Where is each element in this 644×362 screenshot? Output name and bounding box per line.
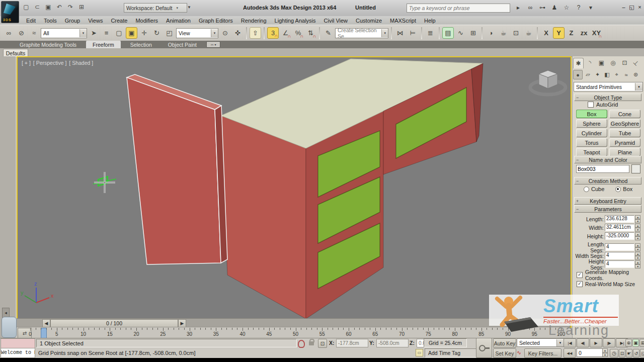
systems-button[interactable]: ⊛ — [631, 70, 640, 79]
next-frame-arrow-icon[interactable]: ▶ — [178, 319, 186, 327]
percent-snap-toggle-button[interactable]: %∩ — [292, 27, 304, 39]
spinner-up-icon[interactable]: ▲ — [635, 224, 640, 228]
maxscript-macro-recorder[interactable] — [1, 338, 35, 348]
default-tangent-icon[interactable]: ∿ — [517, 349, 521, 356]
creation-method-cube[interactable]: Cube — [584, 186, 604, 192]
segments-spinner[interactable]: ▲▼ — [635, 243, 640, 251]
auto-key-button[interactable]: Auto Key — [493, 338, 516, 348]
select-and-scale-button[interactable]: ◰ — [164, 27, 175, 39]
spinner-down-icon[interactable]: ▼ — [635, 247, 640, 251]
snaps-toggle-3d-button[interactable]: 3∩ — [267, 27, 279, 39]
isolate-selection-icon[interactable] — [298, 340, 305, 348]
frame-spinner[interactable]: ▲▼ — [602, 348, 608, 357]
object-color-swatch[interactable] — [631, 164, 640, 173]
3ds-max-logo-button[interactable]: 3DS — [1, 1, 19, 23]
geometry-button[interactable]: ● — [573, 70, 583, 79]
object-type-plane-button[interactable]: Plane — [609, 148, 640, 156]
viewport-layout-tab[interactable] — [2, 317, 17, 338]
time-tag-icon[interactable]: ▭ — [416, 349, 423, 356]
previous-frame-arrow-icon[interactable]: ◀ — [42, 319, 50, 327]
next-frame-button[interactable]: |▶ — [603, 338, 615, 347]
zoom-extents-button[interactable]: ▣ — [632, 339, 639, 347]
menu-views[interactable]: Views — [84, 16, 107, 25]
render-production-button[interactable]: ☕ — [523, 27, 534, 39]
viewport-canvas[interactable]: z x y — [18, 57, 571, 327]
close-button[interactable]: × — [636, 3, 643, 11]
segments-field[interactable]: 4 — [605, 260, 634, 268]
axis-constraint-z-button[interactable]: Z — [566, 27, 577, 39]
hierarchy-button[interactable]: ▣ — [596, 57, 607, 68]
select-and-rotate-button[interactable]: ↻ — [151, 27, 163, 39]
maxscript-mini-listener[interactable]: Welcome to M — [1, 348, 35, 358]
undo-button[interactable]: ↶ — [54, 3, 64, 12]
rollout-name-and-color[interactable]: − Name and Color — [574, 156, 641, 163]
parameter-field[interactable]: 32.4611cm — [605, 224, 634, 231]
orbit-button[interactable]: ↺ — [633, 349, 639, 357]
zoom-region-button[interactable]: ⊡ — [619, 349, 625, 357]
named-selection-set-dropdown[interactable]: Create Selection Se▼ — [335, 28, 388, 38]
edit-named-selection-sets-button[interactable]: ✎ — [323, 27, 334, 39]
checkbox-row[interactable]: ✓Real-World Map Size — [577, 281, 642, 288]
object-type-tube-button[interactable]: Tube — [609, 129, 640, 137]
pan-view-button[interactable]: ☛ — [626, 349, 632, 357]
parameter-field[interactable]: 236.6128 — [605, 215, 634, 223]
menu-modifiers[interactable]: Modifiers — [131, 16, 162, 25]
bind-to-space-warp-button[interactable]: ≈ — [28, 27, 40, 39]
workspace-dropdown[interactable]: Workspace: Default ▾ — [124, 3, 187, 13]
parameter-field[interactable]: -325.0000 — [605, 232, 634, 240]
object-type-box-button[interactable]: Box — [576, 110, 607, 118]
search-input[interactable] — [407, 4, 510, 13]
subscription-key-button[interactable]: ⊶ — [537, 3, 547, 12]
autogrid-row[interactable]: AutoGrid — [588, 102, 618, 108]
parameter-spinner[interactable]: ▲▼ — [635, 224, 640, 231]
new-scene-button[interactable]: ▢ — [21, 3, 31, 12]
play-animation-button[interactable]: ▶ — [590, 338, 602, 347]
viewport-menu-view[interactable]: [ Perspective ] — [33, 60, 67, 66]
spinner-up-icon[interactable]: ▲ — [602, 348, 608, 353]
previous-frame-button[interactable]: ◀| — [577, 338, 589, 347]
menu-customize[interactable]: Customize — [352, 16, 386, 25]
menu-graph-editors[interactable]: Graph Editors — [195, 16, 237, 25]
create-button[interactable]: ✱ — [573, 58, 584, 68]
select-and-link-button[interactable]: ∞ — [3, 27, 15, 39]
select-and-manipulate-button[interactable]: ✜ — [232, 27, 244, 39]
spinner-up-icon[interactable]: ▲ — [635, 215, 640, 219]
ribbon-overflow-button[interactable]: ▭▾ — [206, 41, 220, 48]
object-type-pyramid-button[interactable]: Pyramid — [609, 138, 640, 147]
spinner-up-icon[interactable]: ▲ — [635, 243, 640, 247]
ribbon-tab-selection[interactable]: Selection — [124, 41, 158, 48]
add-time-tag-field[interactable]: Add Time Tag — [425, 348, 479, 357]
object-type-cylinder-button[interactable]: Cylinder — [576, 129, 607, 137]
window-crossing-toggle-button[interactable]: ▣ — [126, 27, 137, 39]
time-configuration-button[interactable]: ◷ — [610, 349, 618, 357]
lights-button[interactable]: ✦ — [593, 70, 602, 79]
category-dropdown[interactable]: Standard Primitives ▼ — [574, 82, 643, 92]
maximize-viewport-toggle-button[interactable]: ◱ — [640, 349, 644, 357]
sign-in-button[interactable]: ♟ — [549, 3, 559, 12]
shapes-button[interactable]: ▱ — [584, 70, 592, 79]
menu-edit[interactable]: Edit — [22, 16, 40, 25]
space-warps-button[interactable]: ≈ — [622, 70, 630, 79]
unlink-selection-button[interactable]: ⊘ — [16, 27, 27, 39]
checkbox-generate-mapping-coords[interactable]: ✓ — [577, 272, 583, 278]
set-keys-button[interactable] — [476, 338, 492, 358]
ribbon-tab-freeform[interactable]: Freeform — [86, 41, 121, 48]
selection-lock-icon[interactable] — [309, 341, 314, 345]
coord-x-field[interactable]: -177.8cm — [336, 339, 368, 347]
select-by-name-button[interactable]: ≡ — [101, 27, 112, 39]
parameter-spinner[interactable]: ▲▼ — [635, 232, 640, 240]
track-bar[interactable]: ⇄ 05101520253035404550556065707580859095… — [17, 327, 570, 338]
perspective-viewport[interactable]: [ + ] [ Perspective ] [ Shaded ] — [17, 56, 572, 328]
parameter-spinner[interactable]: ▲▼ — [635, 215, 640, 223]
go-to-start-button[interactable]: |◀ — [564, 338, 576, 347]
rollout-object-type[interactable]: − Object Type — [574, 94, 641, 101]
rendered-frame-window-button[interactable]: ⊡ — [510, 27, 522, 39]
spinner-snap-toggle-button[interactable]: ⇅∩ — [305, 27, 316, 39]
object-type-torus-button[interactable]: Torus — [576, 138, 607, 147]
viewport-menu-plus[interactable]: [ + ] — [22, 60, 31, 66]
key-mode-toggle-button[interactable]: ◀◀ — [564, 348, 576, 358]
checkbox-row[interactable]: ✓Generate Mapping Coords. — [577, 272, 642, 279]
helpers-button[interactable]: ⌖ — [612, 70, 621, 79]
axis-constraint-xy-button[interactable]: XY∩ — [591, 27, 602, 39]
rollout-parameters[interactable]: − Parameters — [574, 205, 641, 213]
